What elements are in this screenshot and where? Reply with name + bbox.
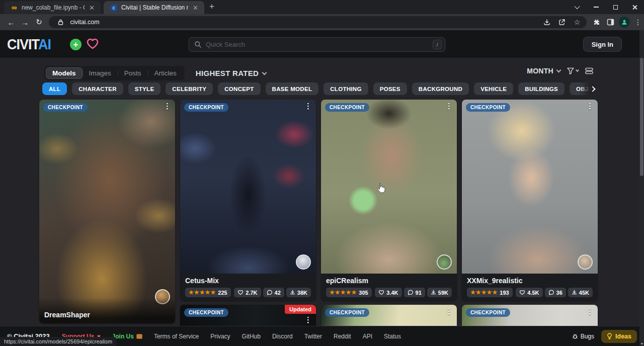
browser-menu-icon[interactable]: ⋮ bbox=[632, 16, 644, 28]
model-stats: 193 4.5K 36 45K bbox=[467, 288, 593, 297]
side-panel-icon[interactable] bbox=[605, 16, 617, 28]
creator-avatar[interactable] bbox=[296, 254, 311, 270]
favorites-heart-icon[interactable] bbox=[86, 38, 99, 52]
checkpoint-badge: CHECKPOINT bbox=[43, 103, 88, 112]
rating-pill: 193 bbox=[467, 288, 513, 297]
bugs-button[interactable]: Bugs bbox=[572, 333, 594, 340]
filter-button[interactable] bbox=[567, 67, 579, 75]
card-menu-icon[interactable]: ⋮ bbox=[164, 102, 171, 111]
checkpoint-badge: CHECKPOINT bbox=[466, 103, 510, 112]
chip-concept[interactable]: CONCEPT bbox=[218, 82, 260, 95]
search-input[interactable] bbox=[206, 41, 429, 48]
sort-dropdown[interactable]: HIGHEST RATED bbox=[196, 69, 266, 77]
browser-tab-colab[interactable]: ∞ new_colab_file.ipynb - Colaborat ✕ bbox=[4, 1, 101, 14]
model-image[interactable]: CHECKPOINT ⋮ bbox=[321, 100, 457, 274]
page-scrollbar[interactable] bbox=[639, 30, 644, 346]
chevron-down-icon bbox=[574, 4, 580, 9]
search-icon bbox=[194, 41, 202, 48]
tab-images[interactable]: Images bbox=[83, 67, 118, 79]
chip-buildings[interactable]: BUILDINGS bbox=[518, 82, 565, 95]
chip-background[interactable]: BACKGROUND bbox=[412, 82, 469, 95]
browser-profile-avatar[interactable] bbox=[619, 17, 630, 28]
chevron-right-icon bbox=[590, 86, 595, 92]
card-menu-icon[interactable]: ⋮ bbox=[304, 316, 312, 324]
minimize-button[interactable] bbox=[587, 0, 606, 14]
tab-articles[interactable]: Articles bbox=[148, 67, 183, 79]
share-icon[interactable] bbox=[556, 19, 568, 26]
new-tab-button[interactable]: + bbox=[209, 2, 214, 12]
star-icons bbox=[330, 289, 357, 296]
tab-close-icon[interactable]: ✕ bbox=[192, 4, 199, 12]
comment-icon bbox=[408, 290, 414, 295]
model-image[interactable]: CHECKPOINT ⋮ DreamShaper bbox=[39, 100, 175, 323]
create-plus-button[interactable]: + bbox=[70, 39, 82, 50]
card-menu-icon[interactable]: ⋮ bbox=[304, 102, 312, 111]
likes-pill: 4.5K bbox=[516, 288, 542, 297]
civitai-logo[interactable]: CIVITAI bbox=[7, 36, 51, 53]
chips-scroll-right-button[interactable] bbox=[580, 82, 598, 95]
card-menu-icon[interactable]: ⋮ bbox=[586, 307, 594, 316]
chip-all[interactable]: ALL bbox=[42, 82, 67, 95]
chip-clothing[interactable]: CLOTHING bbox=[324, 82, 368, 95]
creator-avatar[interactable] bbox=[578, 254, 593, 270]
likes-count: 4.5K bbox=[527, 290, 539, 296]
url-bar[interactable]: civitai.com ☆ bbox=[49, 16, 587, 28]
chip-poses[interactable]: POSES bbox=[373, 82, 407, 95]
github-link[interactable]: GitHub bbox=[242, 333, 261, 340]
layout-toggle-button[interactable] bbox=[585, 67, 594, 75]
forward-button[interactable]: → bbox=[18, 18, 32, 27]
status-link[interactable]: Status bbox=[384, 333, 401, 340]
site-header: CIVITAI + / Sign In bbox=[0, 30, 644, 58]
star-icons bbox=[189, 289, 216, 296]
tab-posts[interactable]: Posts bbox=[118, 67, 148, 79]
comments-pill: 42 bbox=[263, 288, 284, 297]
model-card-xxmix9realistic[interactable]: CHECKPOINT ⋮ XXMix_9realistic 193 4.5K 3… bbox=[462, 100, 598, 301]
chip-base-model[interactable]: BASE MODEL bbox=[266, 82, 319, 95]
downloads-count: 59K bbox=[438, 290, 448, 296]
slash-shortcut-hint: / bbox=[433, 40, 442, 49]
chip-character[interactable]: CHARACTER bbox=[72, 82, 123, 95]
scrollbar-thumb[interactable] bbox=[640, 58, 643, 176]
model-card-cetus-mix[interactable]: CHECKPOINT ⋮ Cetus-Mix 225 2.7K 42 bbox=[180, 100, 316, 301]
privacy-link[interactable]: Privacy bbox=[210, 333, 230, 340]
scrollbar-down-arrow[interactable] bbox=[639, 343, 644, 345]
card-menu-icon[interactable]: ⋮ bbox=[445, 102, 453, 111]
creator-avatar[interactable] bbox=[437, 254, 452, 270]
chip-celebrity[interactable]: CELEBRITY bbox=[166, 82, 213, 95]
ideas-button[interactable]: Ideas bbox=[601, 330, 637, 343]
model-image[interactable]: CHECKPOINT ⋮ bbox=[462, 100, 598, 274]
comment-icon bbox=[548, 290, 554, 295]
maximize-button[interactable] bbox=[606, 0, 625, 14]
discord-link[interactable]: Discord bbox=[272, 333, 293, 340]
join-us-link[interactable]: Join Us bbox=[112, 333, 142, 340]
model-card-dreamshaper[interactable]: CHECKPOINT ⋮ DreamShaper bbox=[39, 100, 175, 323]
model-title: XXMix_9realistic bbox=[467, 277, 593, 285]
terms-link[interactable]: Terms of Service bbox=[154, 333, 199, 340]
download-icon[interactable] bbox=[541, 19, 552, 26]
model-card-epicrealism[interactable]: CHECKPOINT ⋮ epiCRealism 305 3.4K 91 bbox=[321, 100, 457, 301]
tab-search-button[interactable] bbox=[568, 0, 587, 14]
chip-vehicle[interactable]: VEHICLE bbox=[474, 82, 513, 95]
tab-models[interactable]: Models bbox=[46, 67, 83, 79]
browser-tab-civitai[interactable]: c Civitai | Stable Diffusion models, ✕ bbox=[104, 1, 204, 14]
bookmark-star-icon[interactable]: ☆ bbox=[572, 18, 583, 26]
civitai-favicon: c bbox=[110, 4, 118, 12]
close-button[interactable] bbox=[625, 0, 644, 14]
extensions-puzzle-icon[interactable] bbox=[591, 16, 603, 28]
api-link[interactable]: API bbox=[363, 333, 372, 340]
model-image[interactable]: CHECKPOINT ⋮ bbox=[180, 100, 316, 274]
comment-icon bbox=[267, 290, 273, 295]
twitter-link[interactable]: Twitter bbox=[304, 333, 322, 340]
reload-button[interactable]: ↻ bbox=[32, 18, 46, 27]
period-dropdown[interactable]: MONTH bbox=[527, 67, 560, 75]
lock-icon bbox=[55, 19, 66, 25]
tab-close-icon[interactable]: ✕ bbox=[88, 4, 96, 12]
sign-in-button[interactable]: Sign In bbox=[583, 37, 622, 52]
quick-search-bar: / bbox=[189, 37, 445, 52]
chip-style[interactable]: STYLE bbox=[128, 82, 161, 95]
reddit-link[interactable]: Reddit bbox=[334, 333, 351, 340]
card-menu-icon[interactable]: ⋮ bbox=[586, 102, 594, 111]
back-button[interactable]: ← bbox=[4, 18, 18, 27]
card-menu-icon[interactable]: ⋮ bbox=[445, 307, 453, 316]
browser-status-url: https://civitai.com/models/25694/epicrea… bbox=[0, 337, 116, 346]
